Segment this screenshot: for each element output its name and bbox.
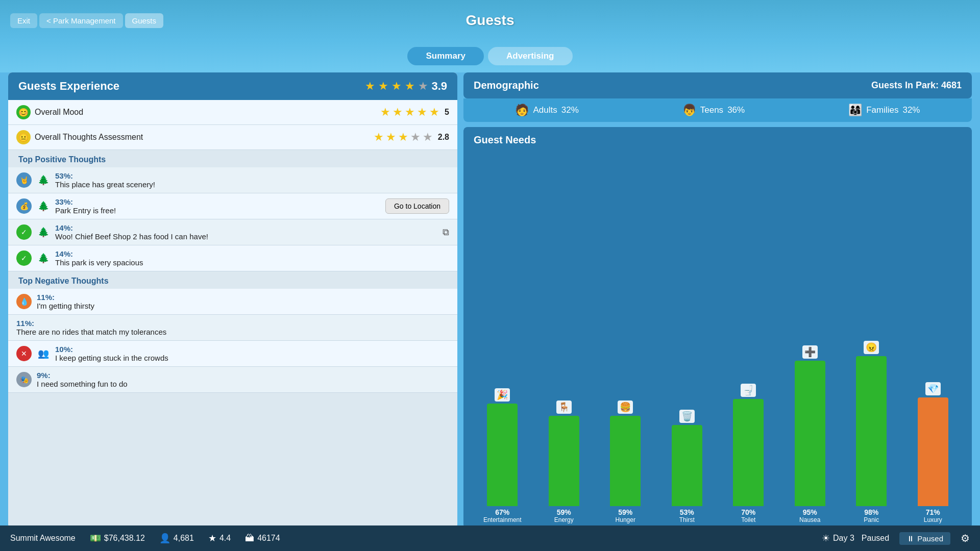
need-bar-entertainment: 🎉 xyxy=(487,404,518,506)
star-3: ★ xyxy=(391,80,402,93)
need-bar-panic: 😠 xyxy=(856,356,887,506)
positive-thought-0: 🤘 🌲 53%: This place has great scenery! xyxy=(8,167,457,193)
crowd-icon: 👥 xyxy=(37,347,50,360)
need-bar-thirst: 🗑️ xyxy=(672,425,702,506)
need-label-thirst: 53%Thirst xyxy=(658,508,716,523)
sun-icon: ☀ xyxy=(822,533,830,544)
demographic-title: Demographic xyxy=(474,80,539,91)
demographic-groups: 🧑 Adults 32% 👦 Teens 36% 👨‍👩‍👧 Families … xyxy=(463,98,972,122)
paused-button[interactable]: ⏸ Paused xyxy=(899,532,950,545)
need-icon-luxury: 💎 xyxy=(925,382,941,395)
top-navigation: Exit < Park Management Guests Guests xyxy=(0,0,980,41)
mood-icon-green: 😊 xyxy=(16,105,31,119)
guests-icon: 👤 xyxy=(159,533,170,544)
thoughts-stars: ★ ★ ★ ★ ★ 2.8 xyxy=(374,131,449,144)
thought-text-0: 53%: This place has great scenery! xyxy=(55,171,449,189)
page-title: Guests xyxy=(466,12,514,29)
demographic-adults: 🧑 Adults 32% xyxy=(515,104,578,117)
need-bar-wrap-nausea: ➕ xyxy=(781,353,839,506)
need-bar-nausea: ➕ xyxy=(795,361,825,506)
need-bar-wrap-hunger: 🍔 xyxy=(597,353,654,506)
teens-label: Teens xyxy=(700,105,723,115)
need-bar-wrap-toilet: 🚽 xyxy=(720,353,777,506)
thought-icon-2: ✓ xyxy=(16,224,32,240)
thought-icon-0: 🤘 xyxy=(16,172,32,188)
tab-bar: Summary Advertising xyxy=(0,41,980,72)
thought-text-1: 33%: Park Entry is free! xyxy=(55,197,376,215)
tab-advertising[interactable]: Advertising xyxy=(488,47,573,65)
neg-icon-0: 💧 xyxy=(16,294,32,309)
pause-icon: ⏸ xyxy=(906,534,914,543)
teens-icon: 👦 xyxy=(682,104,696,117)
need-label-nausea: 95%Nausea xyxy=(781,508,839,523)
need-icon-nausea: ➕ xyxy=(802,345,818,359)
settings-button[interactable]: ⚙ xyxy=(961,532,970,544)
neg-icon-3: 🎭 xyxy=(16,372,32,387)
demographic-families: 👨‍👩‍👧 Families 32% xyxy=(848,104,920,117)
overall-rating-value: 3.9 xyxy=(431,80,447,93)
overall-mood-score: 5 xyxy=(445,108,449,117)
families-pct: 32% xyxy=(902,105,920,115)
adults-label: Adults xyxy=(533,105,557,115)
mood-stars: ★ ★ ★ ★ ★ 5 xyxy=(380,106,449,119)
star-1: ★ xyxy=(365,80,375,93)
demographic-container: Demographic Guests In Park: 4681 🧑 Adult… xyxy=(463,72,972,122)
mood-icon-yellow: 😐 xyxy=(16,130,31,144)
right-panel: Demographic Guests In Park: 4681 🧑 Adult… xyxy=(463,72,972,529)
negative-thought-0: 💧 11%: I'm getting thirsty xyxy=(8,289,457,315)
external-link-icon[interactable]: ⧉ xyxy=(443,227,449,238)
overall-rating: ★ ★ ★ ★ ★ 3.9 xyxy=(365,80,447,93)
money-display: 💵 $76,438.12 xyxy=(90,533,145,544)
thought-text-3: 14%: This park is very spacious xyxy=(55,249,449,267)
demographic-header: Demographic Guests In Park: 4681 xyxy=(463,72,972,98)
need-bar-wrap-entertainment: 🎉 xyxy=(474,353,531,506)
need-label-energy: 59%Energy xyxy=(535,508,593,523)
thought-icon-1: 💰 xyxy=(16,198,32,214)
overall-thoughts-label: 😐 Overall Thoughts Assessment xyxy=(16,130,143,144)
rating-display: ★ 4.4 xyxy=(208,533,231,544)
overall-thoughts-score: 2.8 xyxy=(438,133,449,142)
neg-icon-2: ✕ xyxy=(16,346,32,361)
need-icon-toilet: 🚽 xyxy=(741,384,756,397)
need-bar-wrap-energy: 🪑 xyxy=(535,353,593,506)
need-label-panic: 98%Panic xyxy=(843,508,900,523)
negative-thought-1: 11%: There are no rides that match my to… xyxy=(8,315,457,341)
need-label-toilet: 70%Toilet xyxy=(720,508,777,523)
adults-pct: 32% xyxy=(561,105,579,115)
neg-text-2: 10%: I keep getting stuck in the crowds xyxy=(55,345,449,362)
guests-experience-panel: Guests Experience ★ ★ ★ ★ ★ 3.9 😊 Overal… xyxy=(8,72,457,529)
thought-icon-3: ✓ xyxy=(16,251,32,266)
overall-mood-label: 😊 Overall Mood xyxy=(16,105,83,119)
bottom-right: ☀ Day 3 Paused ⏸ Paused ⚙ xyxy=(822,532,970,545)
families-label: Families xyxy=(866,105,898,115)
need-icon-entertainment: 🎉 xyxy=(495,388,510,402)
overall-mood-row: 😊 Overall Mood ★ ★ ★ ★ ★ 5 xyxy=(8,100,457,125)
need-bar-luxury: 💎 xyxy=(918,397,948,506)
go-to-location-button[interactable]: Go to Location xyxy=(385,198,449,214)
exit-button[interactable]: Exit xyxy=(10,13,37,28)
tree-icon-2: 🌲 xyxy=(37,226,50,239)
tab-summary[interactable]: Summary xyxy=(407,47,483,65)
park-name: Summit Awesome xyxy=(10,534,76,543)
need-bar-wrap-thirst: 🗑️ xyxy=(658,353,716,506)
park-management-button[interactable]: < Park Management xyxy=(39,13,123,28)
panel-title: Guests Experience xyxy=(18,80,119,93)
needs-chart: 🎉🪑🍔🗑️🚽➕😠💎 xyxy=(463,151,972,506)
need-icon-thirst: 🗑️ xyxy=(679,410,695,423)
overall-thoughts-text: Overall Thoughts Assessment xyxy=(35,133,143,142)
need-bar-wrap-luxury: 💎 xyxy=(904,353,962,506)
need-bar-hunger: 🍔 xyxy=(610,416,641,506)
demographic-teens: 👦 Teens 36% xyxy=(682,104,745,117)
guests-nav-button[interactable]: Guests xyxy=(125,13,164,28)
need-icon-hunger: 🍔 xyxy=(618,400,633,414)
thought-text-2: 14%: Woo! Chief Beef Shop 2 has food I c… xyxy=(55,223,435,241)
need-label-luxury: 71%Luxury xyxy=(904,508,962,523)
guests-display: 👤 4,681 xyxy=(159,533,194,544)
neg-text-3: 9%: I need something fun to do xyxy=(37,371,449,388)
xp-display: 🏔 46174 xyxy=(245,533,280,544)
star-2: ★ xyxy=(378,80,388,93)
xp-icon: 🏔 xyxy=(245,533,254,544)
teens-pct: 36% xyxy=(727,105,745,115)
positive-thought-3: ✓ 🌲 14%: This park is very spacious xyxy=(8,245,457,271)
need-icon-energy: 🪑 xyxy=(556,400,572,414)
